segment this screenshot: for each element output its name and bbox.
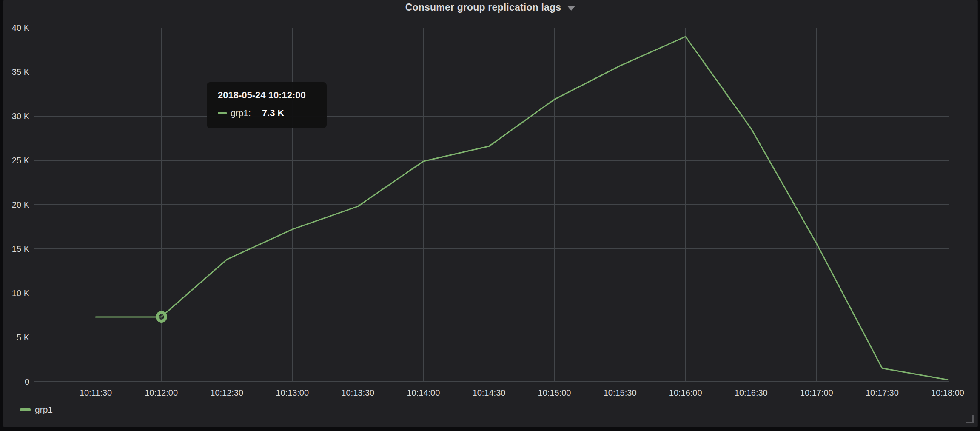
panel-title: Consumer group replication lags — [405, 2, 561, 13]
x-axis-label: 10:13:00 — [276, 388, 309, 398]
y-axis-label: 5 K — [0, 332, 29, 342]
caret-down-icon — [567, 6, 575, 11]
y-axis-label: 10 K — [0, 288, 29, 298]
legend-item-grp1[interactable]: grp1 — [20, 405, 53, 415]
panel-title-dropdown[interactable]: Consumer group replication lags — [3, 0, 977, 14]
crosshair-line — [185, 19, 185, 382]
y-axis-label: 35 K — [0, 67, 29, 77]
y-axis-label: 20 K — [0, 200, 29, 209]
tooltip-series-row: grp1: 7.3 K — [218, 108, 316, 119]
chart-plot-area[interactable]: 05 K10 K15 K20 K25 K30 K35 K40 K 10:11:3… — [34, 19, 949, 382]
legend-series-label: grp1 — [35, 405, 53, 415]
y-axis-label: 15 K — [0, 244, 29, 254]
x-axis-label: 10:14:00 — [407, 388, 440, 398]
x-axis-label: 10:12:30 — [210, 388, 243, 398]
x-axis-label: 10:13:30 — [341, 388, 374, 398]
x-axis-label: 10:18:00 — [931, 388, 964, 398]
tooltip-timestamp: 2018-05-24 10:12:00 — [218, 90, 316, 101]
y-axis-label: 0 — [0, 377, 29, 386]
tooltip-series-value: 7.3 K — [262, 108, 285, 119]
tooltip: 2018-05-24 10:12:00 grp1: 7.3 K — [207, 82, 327, 128]
y-axis-label: 25 K — [0, 156, 29, 166]
x-axis-label: 10:15:00 — [538, 388, 571, 398]
hover-point-marker — [156, 311, 167, 323]
tooltip-series-label: grp1: — [231, 108, 251, 118]
x-axis-label: 10:12:00 — [145, 388, 178, 398]
y-axis-label: 30 K — [0, 111, 29, 121]
x-axis-label: 10:17:30 — [866, 388, 899, 398]
y-axis-label: 40 K — [0, 23, 29, 33]
x-axis-label: 10:11:30 — [80, 388, 112, 398]
x-axis-label: 10:15:30 — [604, 388, 637, 398]
x-axis-label: 10:17:00 — [800, 388, 833, 398]
x-axis-label: 10:16:30 — [735, 388, 768, 398]
grafana-panel: Consumer group replication lags 05 K10 K… — [3, 0, 978, 427]
legend-series-dash-icon — [20, 408, 31, 411]
x-axis-label: 10:16:00 — [669, 388, 702, 398]
panel-resize-handle[interactable] — [966, 415, 974, 423]
x-axis-label: 10:14:30 — [473, 388, 506, 398]
series-color-dash-icon — [218, 112, 227, 114]
chart-canvas[interactable] — [34, 19, 949, 382]
legend: grp1 — [20, 405, 53, 415]
